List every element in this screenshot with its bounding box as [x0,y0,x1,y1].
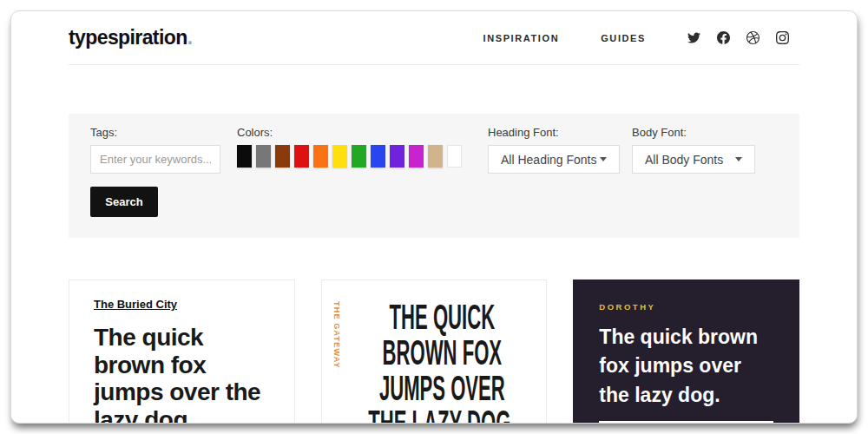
tags-label: Tags: [90,126,220,139]
heading-font-filter: Heading Font: All Heading Fonts [488,126,620,174]
heading-font-value: All Heading Fonts [501,153,597,167]
card-dorothy[interactable]: DOROTHY The quick brown fox jumps over t… [573,279,799,424]
site-header: typespiration. INSPIRATION GUIDES [11,11,857,64]
color-swatch[interactable] [409,145,424,168]
heading-font-select[interactable]: All Heading Fonts [488,145,620,174]
page-frame: typespiration. INSPIRATION GUIDES [10,10,858,424]
colors-label: Colors: [237,126,462,139]
color-swatches [237,145,462,168]
tags-input[interactable] [90,145,220,174]
chevron-down-icon [600,157,607,161]
logo-text: typespiration [69,26,187,49]
card-heading: The quick brown fox jumps over the lazy … [599,323,773,410]
heading-font-label: Heading Font: [488,126,620,139]
body-font-select[interactable]: All Body Fonts [632,145,755,174]
color-swatch[interactable] [371,145,385,168]
logo-dot: . [187,26,193,49]
site-logo[interactable]: typespiration. [69,26,192,49]
color-swatch[interactable] [294,145,309,168]
tags-filter: Tags: Search [90,126,220,217]
body-font-value: All Body Fonts [645,153,723,167]
search-button[interactable]: Search [90,187,158,217]
nav-inspiration[interactable]: INSPIRATION [483,33,560,43]
card-the-gateway[interactable]: THE GATEWAY THE QUICK BROWN FOX JUMPS OV… [321,279,548,424]
color-swatch[interactable] [313,145,328,168]
social-links [687,31,789,44]
card-heading: The quick brown fox jumps over the lazy … [94,324,270,424]
card-heading: THE QUICK BROWN FOX JUMPS OVER THE LAZY … [358,299,526,424]
instagram-icon[interactable] [776,31,789,44]
card-the-buried-city[interactable]: The Buried City The quick brown fox jump… [69,279,295,424]
dribbble-icon[interactable] [746,31,760,44]
color-swatch[interactable] [352,145,366,168]
body-font-filter: Body Font: All Body Fonts [632,126,755,174]
body-font-label: Body Font: [632,126,755,139]
color-swatch[interactable] [447,145,462,168]
colors-filter: Colors: [237,126,462,168]
filter-bar: Tags: Search Colors: Heading Font: All H… [69,114,799,238]
card-heading-wrap: THE QUICK BROWN FOX JUMPS OVER THE LAZY … [358,299,526,424]
nav-guides[interactable]: GUIDES [601,33,646,43]
color-swatch[interactable] [256,145,271,168]
card-title: DOROTHY [599,302,773,312]
card-title-vertical: THE GATEWAY [332,301,341,369]
color-swatch[interactable] [237,145,252,168]
header-divider [69,64,799,65]
facebook-icon[interactable] [717,31,730,44]
card-title: The Buried City [94,298,270,311]
color-swatch[interactable] [332,145,347,168]
chevron-down-icon [735,157,742,161]
main-nav: INSPIRATION GUIDES [483,31,799,44]
color-swatch[interactable] [275,145,290,168]
color-swatch[interactable] [390,145,404,168]
font-demo-grid: The Buried City The quick brown fox jump… [69,279,799,424]
twitter-icon[interactable] [687,31,700,44]
color-swatch[interactable] [428,145,443,168]
heading-rule [599,421,773,423]
